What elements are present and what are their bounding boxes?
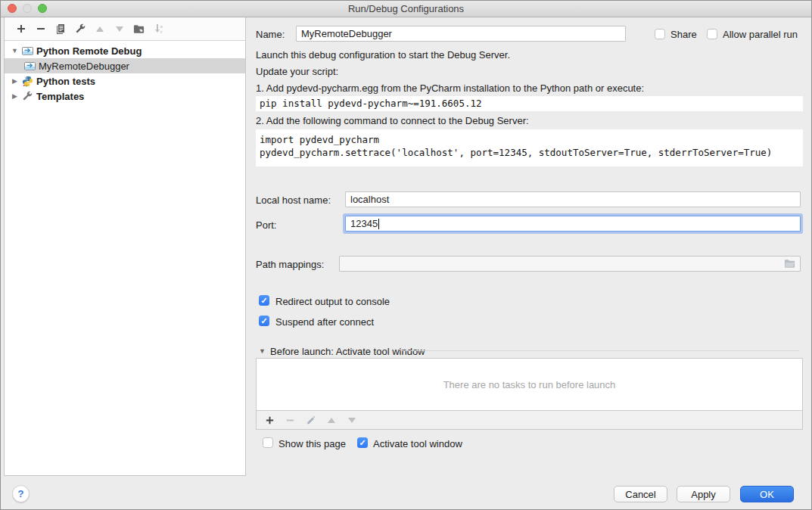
remove-icon[interactable] [34,23,47,36]
suspend-after-connect-checkbox[interactable] [259,316,269,326]
share-checkbox[interactable] [655,29,665,39]
cancel-button[interactable]: Cancel [614,486,667,502]
python-icon [21,75,33,87]
browse-folder-icon[interactable] [784,259,795,271]
text-caret [378,219,379,229]
name-label: Name: [256,29,285,40]
help-question-icon: ? [18,488,24,499]
configurations-tree: ▼ Python Remote Debug MyRemoteDebugger ▶… [5,41,245,104]
tree-item-label: Python Remote Debug [36,45,142,57]
before-launch-collapse-icon[interactable]: ▼ [259,347,266,355]
before-launch-toolbar [256,411,803,430]
name-value: MyRemoteDebugger [301,28,392,39]
chevron-collapsed-icon[interactable]: ▶ [11,92,19,100]
chevron-collapsed-icon[interactable]: ▶ [11,77,19,85]
show-this-page-checkbox[interactable] [263,437,273,448]
suspend-after-connect-label: Suspend after connect [275,316,374,328]
pip-install-code: pip install pydevd-pycharm~=191.6605.12 [256,96,803,111]
wrench-icon [21,90,33,102]
remote-debug-icon [21,45,33,57]
sidebar-toolbar: az [5,17,245,41]
zoom-button[interactable] [38,4,47,13]
path-mappings-label: Path mappings: [256,259,324,270]
move-up-icon [93,23,106,36]
tree-item-label: MyRemoteDebugger [39,61,129,72]
before-launch-title: Before launch: Activate tool window [270,346,425,357]
svg-text:z: z [160,30,163,34]
show-this-page-label: Show this page [278,438,346,449]
settrace-code-block: import pydevd_pycharm pydevd_pycharm.set… [256,129,803,166]
apply-button[interactable]: Apply [677,486,730,502]
local-host-name-input[interactable]: localhost [345,191,801,207]
name-input[interactable]: MyRemoteDebugger [296,26,626,42]
settrace-code-line-1: import pydevd_pycharm [260,133,803,146]
instruction-line-1: Launch this debug configuration to start… [256,49,510,61]
new-folder-icon[interactable] [132,23,145,36]
help-button[interactable]: ? [12,485,30,502]
local-host-name-label: Local host name: [256,194,331,206]
activate-tool-window-label: Activate tool window [373,438,462,449]
add-icon[interactable] [263,414,276,427]
allow-parallel-run-label: Allow parallel run [723,29,798,40]
instruction-line-2: Update your script: [256,66,338,77]
activate-tool-window-checkbox[interactable] [357,437,368,448]
tree-item-label: Python tests [36,76,95,87]
tree-item-label: Templates [36,91,84,102]
tree-item-python-tests[interactable]: ▶ Python tests [5,73,245,89]
chevron-expanded-icon[interactable]: ▼ [11,47,19,54]
remove-icon [284,414,297,427]
tree-item-python-remote-debug[interactable]: ▼ Python Remote Debug [5,43,245,58]
window-title: Run/Debug Configurations [348,3,464,14]
edit-defaults-wrench-icon[interactable] [73,23,86,36]
settrace-code-line-2: pydevd_pycharm.settrace('localhost', por… [260,146,803,159]
add-icon[interactable] [14,23,27,36]
port-value: 12345 [350,218,378,229]
tree-item-myremotedebugger[interactable]: MyRemoteDebugger [5,58,245,73]
tree-item-templates[interactable]: ▶ Templates [5,89,245,104]
copy-icon[interactable] [54,23,67,36]
allow-parallel-run-checkbox[interactable] [707,29,717,39]
path-mappings-input[interactable] [339,256,801,272]
before-launch-task-list[interactable]: There are no tasks to run before launch [256,358,803,411]
instruction-step-2: 2. Add the following command to connect … [256,115,529,126]
titlebar[interactable]: Run/Debug Configurations [1,1,811,17]
port-label: Port: [256,219,276,231]
remote-debug-icon [23,60,36,72]
instruction-step-1: 1. Add pydevd-pycharm.egg from the PyCha… [256,82,644,94]
move-down-icon [345,414,358,427]
port-input[interactable]: 12345 [345,216,801,232]
redirect-output-checkbox[interactable] [259,295,269,306]
share-label: Share [670,29,697,40]
before-launch-empty-text: There are no tasks to run before launch [443,379,616,390]
configurations-sidebar: az ▼ Python Remote Debug MyRemoteDebugge… [4,17,246,476]
edit-pencil-icon [304,414,317,427]
close-button[interactable] [8,4,17,13]
ok-button[interactable]: OK [740,486,794,502]
minimize-button [23,4,32,13]
run-debug-configurations-dialog: Run/Debug Configurations az [0,0,812,510]
svg-text:a: a [160,24,163,29]
redirect-output-label: Redirect output to console [275,296,390,307]
move-down-icon [113,23,126,36]
before-launch-divider [400,350,799,351]
local-host-name-value: localhost [350,194,389,205]
move-up-icon [325,414,338,427]
sort-alphabetically-icon: az [152,23,165,36]
